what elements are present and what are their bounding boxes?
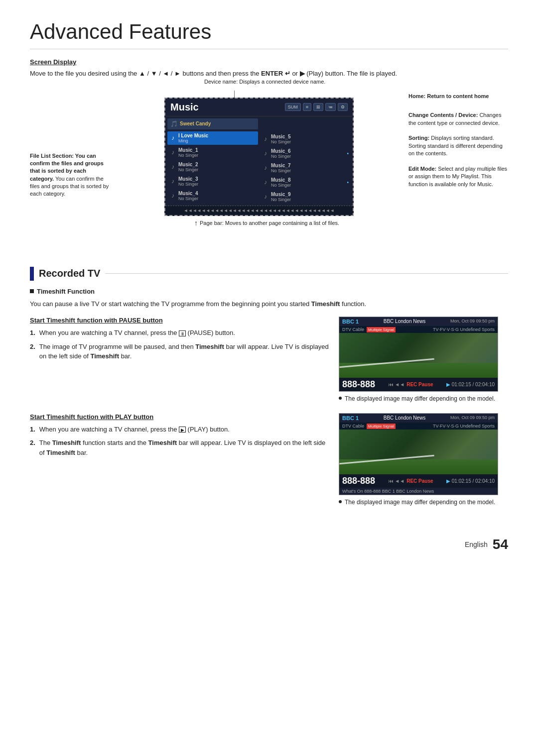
music-content: 🎵 Sweet Candy ♪ I Love Music Ming [165, 116, 353, 206]
item-title-0: I Love Music [178, 133, 208, 138]
tv-sub-bar-play: What's On 888-888 BBC 1 BBC London News [339, 488, 498, 495]
music-pagebar: ◄◄◄◄◄◄◄◄◄◄◄◄◄◄◄◄◄◄◄◄◄◄◄◄◄◄◄◄◄◄◄◄◄◄ [165, 206, 353, 215]
tv-body-play [339, 430, 498, 474]
play-columns: Start Timeshift fuction with PLAY button… [30, 413, 508, 507]
play-note: The displayed image may differ depending… [339, 498, 508, 507]
note-dot-2 [339, 500, 342, 503]
tool-btn-1[interactable]: ≡ [303, 103, 311, 111]
tool-btn-3[interactable]: ≔ [325, 103, 336, 111]
item-title-r2: Music_7 [271, 163, 291, 168]
music-item-2[interactable]: ♪ Music_2 No Singer [167, 160, 258, 174]
section-bar: Recorded TV [30, 267, 508, 281]
screen-display-area: File List Section: You can confirm the f… [30, 88, 508, 252]
file-list-label: File List Section: You can confirm the f… [30, 152, 110, 198]
pause-step-1: 1. When you are watching a TV channel, p… [30, 328, 329, 338]
bullet-icon [30, 289, 34, 293]
pagebar-arrow-icon: ↑ [194, 219, 198, 227]
tv-rec-pause: REC Pause [406, 382, 433, 387]
home-label: Home: Return to content home [408, 93, 508, 100]
music-item-r3[interactable]: ♪ Music_8 No Singer • [260, 176, 351, 189]
music-item-1[interactable]: ♪ Music_1 No Singer [167, 146, 258, 159]
tool-btn-2[interactable]: ⊞ [313, 103, 323, 111]
note-icon-r0: ♪ [262, 135, 269, 142]
pause-step-2: 2. The image of TV programme will be pau… [30, 342, 329, 361]
item-sub-r4: No Singer [271, 197, 291, 202]
tool-btn-4[interactable]: ⚙ [338, 103, 348, 111]
item-title-1: Music_1 [178, 147, 198, 153]
pause-left-col: Start Timeshift function with PAUSE butt… [30, 317, 329, 403]
music-ui-header: Music SUM ≡ ⊞ ≔ ⚙ [165, 99, 353, 116]
music-item-r0[interactable]: ♪ Music_5 No Singer [260, 132, 351, 146]
tv-rec-play: REC Pause [406, 478, 433, 484]
item-sub-r2: No Singer [271, 168, 291, 173]
tv-channel-num-play: 888-888 [342, 476, 375, 486]
note-icon-4: ♪ [169, 192, 176, 199]
tv-show-play: BBC London News [384, 415, 426, 421]
music-item-r4[interactable]: ♪ Music_9 No Singer [260, 190, 351, 204]
tv-body-pause [339, 333, 498, 378]
tv-header-pause: BBC 1 BBC London News Mon, Oct 09 09:50 … [339, 317, 498, 326]
music-item-4[interactable]: ♪ Music_4 No Singer [167, 189, 258, 203]
play-left-col: Start Timeshift fuction with PLAY button… [30, 413, 329, 507]
pause-steps: 1. When you are watching a TV channel, p… [30, 328, 329, 361]
item-sub-r3: No Singer [271, 183, 291, 188]
note-icon-r2: ♪ [262, 164, 269, 171]
tv-dtv-info-play: DTV Cable Multiple Signal [342, 424, 396, 429]
screen-display-section: Screen Display Move to the file you desi… [30, 58, 508, 252]
music-top-item: 🎵 Sweet Candy [167, 118, 258, 129]
center-diagram: Device name: Displays a connected device… [110, 88, 408, 252]
music-item-3[interactable]: ♪ Music_3 No Singer [167, 175, 258, 188]
item-sub-1: No Singer [178, 153, 198, 158]
page-number: 54 [493, 537, 508, 552]
item-title-r4: Music_9 [271, 192, 291, 197]
note-icon-2: ♪ [169, 163, 176, 170]
tv-dtv-info: DTV Cable Multiple Signal [342, 327, 396, 332]
play-heading: Start Timeshift fuction with PLAY button [30, 413, 329, 421]
tv-body-inner [339, 333, 498, 378]
pagebar-label: Page bar: Moves to another page containi… [200, 220, 339, 226]
item-sub-3: No Singer [178, 182, 198, 187]
item-title-3: Music_3 [178, 176, 198, 182]
play-step-1: 1. When you are watching a TV channel, p… [30, 425, 329, 434]
tv-footer-play: 888-888 ⏮ ◄◄ REC Pause ▶ 01:02:15 / 02:0… [339, 474, 498, 488]
tv-datetime-pause: Mon, Oct 09 09:50 pm [450, 319, 495, 324]
tv-dtv-bar-pause: DTV Cable Multiple Signal TV·FV·V·S·G Un… [339, 326, 498, 333]
music-item-0[interactable]: ♪ I Love Music Ming [167, 131, 258, 145]
note-icon-1: ♪ [169, 149, 176, 156]
note-icon-r4: ♪ [262, 193, 269, 200]
screen-display-heading: Screen Display [30, 58, 508, 66]
music-item-r2[interactable]: ♪ Music_7 No Singer [260, 161, 351, 175]
sum-btn[interactable]: SUM [285, 103, 301, 111]
tv-dtv-bar-play: DTV Cable Multiple Signal TV·FV·V·S·G Un… [339, 423, 498, 430]
left-labels: File List Section: You can confirm the f… [30, 88, 110, 252]
music-right-col: ♪ Music_5 No Singer ♪ Music_6 N [260, 118, 351, 204]
note-icon-0: ♪ [169, 134, 176, 141]
item-sub-0: Ming [178, 138, 208, 143]
play-icon: ▶ [179, 427, 186, 432]
music-left-col: 🎵 Sweet Candy ♪ I Love Music Ming [167, 118, 258, 204]
tv-channel-pause: BBC 1 [342, 319, 359, 324]
tv-header-play: BBC 1 BBC London News Mon, Oct 09 09:50 … [339, 414, 498, 423]
music-title: Music [170, 102, 199, 113]
tv-mockup-play: BBC 1 BBC London News Mon, Oct 09 09:50 … [339, 413, 498, 495]
item-title-4: Music_4 [178, 191, 198, 196]
item-sub-4: No Singer [178, 196, 198, 201]
tv-datetime-play: Mon, Oct 09 09:50 pm [450, 415, 495, 421]
tv-time-pause: ▶ 01:02:15 / 02:04:10 [446, 382, 495, 387]
recorded-tv-section: Recorded TV Timeshift Function You can p… [30, 267, 508, 507]
device-name-connector [234, 91, 235, 98]
screen-display-intro: Move to the file you desired using the ▲… [30, 69, 508, 79]
device-name-label: Device name: Displays a connected device… [204, 79, 325, 85]
item-sub-2: No Singer [178, 167, 198, 172]
item-sub-r0: No Singer [271, 139, 291, 144]
section-line [105, 273, 508, 274]
item-title-r3: Music_8 [271, 177, 291, 183]
diagram-container: Device name: Displays a connected device… [164, 98, 354, 227]
tv-time-play: ▶ 01:02:15 / 02:04:10 [446, 478, 495, 484]
play-steps: 1. When you are watching a TV channel, p… [30, 425, 329, 458]
music-item-r1[interactable]: ♪ Music_6 No Singer • [260, 147, 351, 160]
pause-right-col: BBC 1 BBC London News Mon, Oct 09 09:50 … [339, 317, 508, 403]
tv-mockup-pause: BBC 1 BBC London News Mon, Oct 09 09:50 … [339, 317, 498, 392]
page-language: English [465, 540, 488, 548]
item-title-r1: Music_6 [271, 148, 291, 154]
